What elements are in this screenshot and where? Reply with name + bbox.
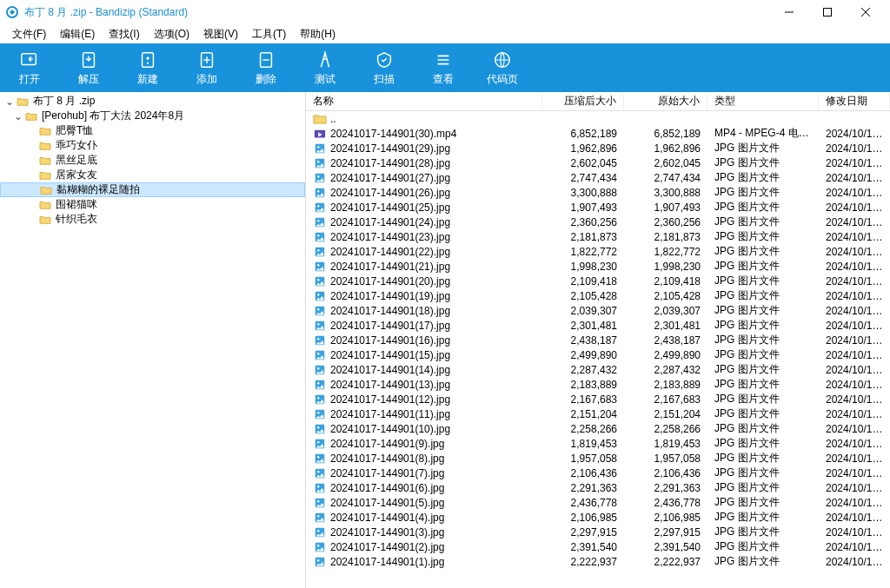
tree-folder-item[interactable]: 乖巧女仆	[0, 138, 305, 153]
file-row[interactable]: 20241017-144901(19).jpg2,105,4282,105,42…	[306, 288, 890, 303]
image-icon	[313, 187, 327, 199]
file-osize: 2,438,187	[624, 334, 707, 347]
folder-icon	[313, 113, 327, 125]
delete-icon	[254, 50, 278, 70]
svg-point-45	[317, 367, 319, 369]
file-name: 20241017-144901(15).jpg	[330, 349, 450, 361]
file-row[interactable]: 20241017-144901(15).jpg2,499,8902,499,89…	[306, 347, 890, 362]
column-header-name[interactable]: 名称	[306, 94, 542, 109]
file-csize: 2,183,889	[542, 379, 624, 391]
file-row[interactable]: 20241017-144901(21).jpg1,998,2301,998,23…	[306, 259, 890, 274]
file-csize: 1,998,230	[542, 261, 624, 273]
file-csize: 2,105,428	[542, 290, 624, 302]
file-row[interactable]: 20241017-144901(18).jpg2,039,3072,039,30…	[306, 303, 890, 318]
file-name: 20241017-144901(23).jpg	[330, 231, 450, 243]
close-button[interactable]	[847, 0, 885, 24]
file-row[interactable]: 20241017-144901(24).jpg2,360,2562,360,25…	[306, 215, 890, 229]
tree-folder-item[interactable]: 居家女友	[0, 168, 305, 182]
file-type: JPG 图片文件	[707, 155, 819, 170]
menu-view[interactable]: 视图(V)	[196, 25, 245, 43]
file-row[interactable]: 20241017-144901(7).jpg2,106,4362,106,436…	[306, 466, 890, 480]
file-row[interactable]: 20241017-144901(20).jpg2,109,4182,109,41…	[306, 274, 890, 288]
toolbar-test-button[interactable]: 测试	[296, 43, 355, 92]
file-row[interactable]: 20241017-144901(1).jpg2,222,9372,222,937…	[306, 554, 890, 569]
minimize-button[interactable]	[770, 0, 808, 24]
menu-tools[interactable]: 工具(T)	[245, 25, 293, 43]
file-row[interactable]: 20241017-144901(4).jpg2,106,9852,106,985…	[306, 510, 890, 525]
file-type: JPG 图片文件	[707, 288, 819, 303]
file-row[interactable]: 20241017-144901(22).jpg1,822,7721,822,77…	[306, 244, 890, 259]
image-icon	[313, 379, 327, 391]
file-name: 20241017-144901(3).jpg	[330, 526, 444, 538]
toolbar-new-button[interactable]: 新建	[118, 43, 177, 92]
column-header-type[interactable]: 类型	[707, 94, 819, 109]
svg-point-41	[317, 338, 319, 340]
svg-point-71	[317, 559, 319, 561]
toolbar-add-label: 添加	[196, 72, 217, 87]
menu-options[interactable]: 选项(O)	[147, 25, 196, 43]
image-icon	[313, 541, 327, 553]
file-row[interactable]: 20241017-144901(12).jpg2,167,6832,167,68…	[306, 392, 890, 406]
column-header-csize[interactable]: 压缩后大小	[542, 94, 624, 109]
menu-help[interactable]: 帮助(H)	[293, 25, 342, 43]
folder-icon	[24, 110, 38, 122]
toolbar-view-button[interactable]: 查看	[414, 43, 473, 92]
file-row[interactable]: 20241017-144901(25).jpg1,907,4931,907,49…	[306, 200, 890, 215]
file-row[interactable]: 20241017-144901(14).jpg2,287,4322,287,43…	[306, 362, 890, 377]
file-row[interactable]: 20241017-144901(30).mp46,852,1896,852,18…	[306, 126, 890, 141]
menu-find[interactable]: 查找(I)	[102, 25, 146, 43]
chevron-down-icon[interactable]: ⌄	[3, 96, 16, 108]
file-type: MP4 - MPEG-4 电影文...	[707, 126, 819, 141]
file-row[interactable]: 20241017-144901(16).jpg2,438,1872,438,18…	[306, 333, 890, 347]
maximize-button[interactable]	[808, 0, 847, 24]
sidebar-tree[interactable]: ⌄ 布丁 8 月 .zip ⌄ [Perohub] 布丁大法 2024年8月 肥…	[0, 92, 306, 588]
toolbar-extract-button[interactable]: 解压	[59, 43, 118, 92]
file-row[interactable]: 20241017-144901(11).jpg2,151,2042,151,20…	[306, 406, 890, 421]
toolbar-scan-button[interactable]: 扫描	[355, 43, 414, 92]
file-type: JPG 图片文件	[707, 421, 819, 436]
tree-folder-item[interactable]: 肥臀T恤	[0, 123, 305, 138]
column-header-date[interactable]: 修改日期	[819, 94, 890, 109]
file-row[interactable]: 20241017-144901(9).jpg1,819,4531,819,453…	[306, 436, 890, 451]
up-dir-row[interactable]: ..	[306, 111, 890, 126]
toolbar-codepage-button[interactable]: 代码页	[473, 43, 532, 92]
tree-root[interactable]: ⌄ 布丁 8 月 .zip	[0, 94, 305, 109]
file-row[interactable]: 20241017-144901(5).jpg2,436,7782,436,778…	[306, 495, 890, 510]
svg-point-39	[317, 323, 319, 325]
file-osize: 2,436,778	[624, 497, 707, 509]
tree-folder-item[interactable]: 黑丝足底	[0, 153, 305, 168]
file-row[interactable]: 20241017-144901(3).jpg2,297,9152,297,915…	[306, 525, 890, 539]
window-title: 布丁 8 月 .zip - Bandizip (Standard)	[24, 5, 188, 20]
svg-point-15	[317, 146, 319, 148]
scan-icon	[372, 50, 396, 70]
tree-sub1[interactable]: ⌄ [Perohub] 布丁大法 2024年8月	[0, 109, 305, 123]
file-row[interactable]: 20241017-144901(8).jpg1,957,0581,957,058…	[306, 451, 890, 466]
tree-folder-item[interactable]: 针织毛衣	[0, 212, 305, 227]
file-row[interactable]: 20241017-144901(28).jpg2,602,0452,602,04…	[306, 155, 890, 170]
file-row[interactable]: 20241017-144901(29).jpg1,962,8961,962,89…	[306, 141, 890, 155]
folder-icon	[38, 155, 52, 167]
file-list[interactable]: 名称 压缩后大小 原始大小 类型 修改日期 .. 20241017-144901…	[306, 92, 890, 588]
file-osize: 2,167,683	[624, 393, 707, 406]
tree-folder-item[interactable]: 黏糊糊的裸足随拍	[0, 182, 305, 197]
column-header-osize[interactable]: 原始大小	[624, 94, 707, 109]
toolbar-add-button[interactable]: 添加	[177, 43, 236, 92]
file-row[interactable]: 20241017-144901(13).jpg2,183,8892,183,88…	[306, 377, 890, 392]
menu-file[interactable]: 文件(F)	[5, 25, 53, 43]
file-row[interactable]: 20241017-144901(2).jpg2,391,5402,391,540…	[306, 539, 890, 554]
file-row[interactable]: 20241017-144901(17).jpg2,301,4812,301,48…	[306, 318, 890, 333]
file-row[interactable]: 20241017-144901(6).jpg2,291,3632,291,363…	[306, 480, 890, 495]
chevron-down-icon[interactable]: ⌄	[12, 110, 24, 122]
tree-folder-item[interactable]: 围裙猫咪	[0, 197, 305, 212]
file-type: JPG 图片文件	[707, 170, 819, 185]
menu-edit[interactable]: 编辑(E)	[53, 25, 102, 43]
file-type: JPG 图片文件	[707, 244, 819, 259]
svg-point-51	[317, 412, 319, 413]
file-row[interactable]: 20241017-144901(27).jpg2,747,4342,747,43…	[306, 170, 890, 185]
toolbar-delete-button[interactable]: 删除	[236, 43, 296, 92]
file-row[interactable]: 20241017-144901(23).jpg2,181,8732,181,87…	[306, 229, 890, 244]
file-csize: 2,258,266	[542, 423, 624, 435]
toolbar-open-button[interactable]: 打开	[0, 43, 59, 92]
file-row[interactable]: 20241017-144901(26).jpg3,300,8883,300,88…	[306, 185, 890, 200]
file-row[interactable]: 20241017-144901(10).jpg2,258,2662,258,26…	[306, 421, 890, 436]
